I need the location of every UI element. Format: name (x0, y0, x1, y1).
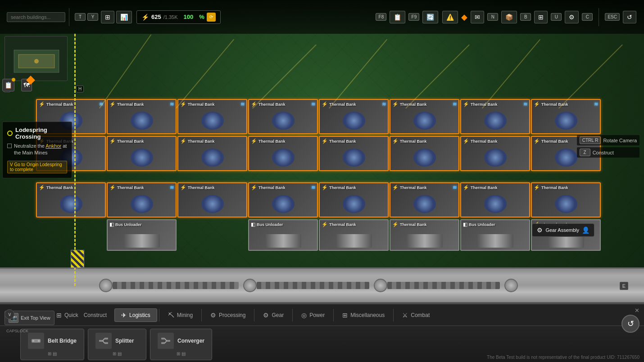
n-button[interactable]: ✉ (471, 11, 484, 23)
esc-button[interactable]: ↺ (623, 11, 636, 23)
recycle-button[interactable]: ↺ (621, 315, 639, 333)
splitter-sub: ⊞ ▤ (113, 351, 122, 356)
thermal-bank-18[interactable]: ⚡ Thermal Bank ≋ (107, 182, 177, 217)
thermal-bank-23[interactable]: ⚡ Thermal Bank (460, 182, 530, 217)
item-row: Converger (158, 333, 204, 349)
thermal-bank-22[interactable]: ⚡ Thermal Bank ≋ (390, 182, 459, 217)
belt-roller (374, 279, 387, 292)
item-row: Belt Bridge (28, 333, 77, 349)
thermal-bank-extra[interactable]: ⚡ Thermal Bank (319, 219, 389, 251)
z-indicator: ≋ (170, 185, 174, 190)
power-label: Power (309, 312, 325, 318)
thermal-icon: ⚡ (463, 138, 469, 144)
esc-key: ESC (605, 13, 620, 21)
thermal-bank-8[interactable]: ⚡ Thermal Bank ≋ (531, 99, 601, 134)
thermal-bank-3[interactable]: ⚡ Thermal Bank ≋ (177, 99, 247, 134)
tb-label-17: Thermal Bank (46, 186, 73, 190)
thermal-bank-extra2[interactable]: ⚡ Thermal Bank (390, 219, 459, 251)
thermal-bank-21[interactable]: ⚡ Thermal Bank (319, 182, 389, 217)
thermal-bank-14[interactable]: ⚡ Thermal Bank (390, 136, 459, 171)
tb-label-11: Thermal Bank (188, 139, 215, 144)
boundary-line (74, 34, 76, 286)
tb-label-13: Thermal Bank (329, 139, 356, 144)
tb-label-21: Thermal Bank (329, 186, 356, 190)
tab-combat[interactable]: ⚔ Combat (395, 308, 436, 322)
item-row: Splitter (95, 333, 139, 349)
svg-rect-12 (161, 342, 165, 344)
quick-construct-label2: Construct (84, 312, 107, 318)
tb-label-12: Thermal Bank (259, 139, 286, 144)
alert-button[interactable]: ⚠️ (442, 11, 458, 23)
thermal-bank-12[interactable]: ⚡ Thermal Bank (248, 136, 318, 171)
tb-label-14: Thermal Bank (400, 139, 427, 144)
tb-label-2: Thermal Bank (117, 102, 144, 107)
mission-icon-box2[interactable]: 🗺 (21, 79, 32, 91)
energy-unit: % (199, 14, 204, 20)
toolbar-close-button[interactable]: ✕ (635, 307, 639, 314)
z-indicator: ≋ (453, 101, 457, 107)
f8-button[interactable]: 📋 (390, 11, 405, 23)
converger-label: Converger (177, 338, 204, 344)
thermal-bank-15[interactable]: ⚡ Thermal Bank (460, 136, 530, 171)
converger-icon (158, 333, 174, 349)
tb-label-22: Thermal Bank (400, 186, 427, 190)
z-indicator: ≋ (453, 185, 457, 190)
thermal-bank-10[interactable]: ⚡ Thermal Bank (107, 136, 177, 171)
bus-unloader-2[interactable]: ◧ Bus Unloader (248, 219, 318, 251)
bus-icon: ◧ (251, 222, 255, 227)
tab-miscellaneous[interactable]: ⊞ Miscellaneous (336, 308, 391, 322)
gear-icon: ⚙ (263, 312, 269, 319)
bus-icon: ◧ (463, 222, 467, 227)
thermal-icon: ⚡ (534, 138, 540, 144)
bus-unloader-1[interactable]: ◧ Bus Unloader (107, 219, 177, 251)
thermal-icon: ⚡ (463, 101, 469, 107)
thermal-bank-13[interactable]: ⚡ Thermal Bank (319, 136, 389, 171)
thermal-bank-20[interactable]: ⚡ Thermal Bank ≋ (248, 182, 318, 217)
tab-logistics[interactable]: ✈ Logistics (114, 308, 157, 322)
thermal-bank-24[interactable]: ⚡ Thermal Bank (531, 182, 601, 217)
gear-assembly-person-icon: 👤 (582, 226, 590, 234)
ctrl-r-key: CTRL R (580, 136, 601, 144)
tab-gear[interactable]: ⚙ Gear (256, 308, 290, 322)
mission-icon-box[interactable]: 📋 (2, 79, 14, 91)
logistics-label: Logistics (129, 312, 150, 318)
top-hud: T Y ⊞ 📊 ⚡ 625 /1.35K 100 % ⟳ F8 📋 F9 🔄 ⚠… (0, 0, 644, 34)
thermal-bank-19[interactable]: ⚡ Thermal Bank (177, 182, 247, 217)
thermal-bank-17[interactable]: ⚡ Thermal Bank (36, 182, 106, 217)
c-button[interactable]: ⚙ (565, 11, 579, 23)
u-button[interactable]: ⊞ (534, 11, 548, 23)
mission-checkbox (7, 144, 12, 148)
tab-processing[interactable]: ⚙ Processing (204, 308, 252, 322)
thermal-bank-5[interactable]: ⚡ Thermal Bank ≋ (319, 99, 389, 134)
svg-rect-7 (99, 340, 103, 342)
tab-separator-6 (393, 309, 394, 321)
thermal-bank-7[interactable]: ⚡ Thermal Bank ≋ (460, 99, 530, 134)
mission-panel: Lodespring Crossing Neutralize the Ankho… (2, 122, 72, 178)
tab-quick-construct[interactable]: ⊞ Quick Construct (50, 308, 113, 322)
item-converger[interactable]: Converger ⊞ ▤ (150, 329, 212, 360)
b-button[interactable]: 📦 (501, 11, 517, 23)
thermal-icon: ⚡ (392, 185, 399, 190)
bus-unloader-3[interactable]: ◧ Bus Unloader (460, 219, 530, 251)
tb-label-16: Thermal Bank (541, 139, 568, 144)
thermal-bank-11[interactable]: ⚡ Thermal Bank (177, 136, 247, 171)
processing-icon: ⚙ (210, 312, 216, 319)
chart-view-button[interactable]: 📊 (116, 11, 132, 23)
thermal-bank-6[interactable]: ⚡ Thermal Bank ≋ (390, 99, 459, 134)
item-splitter[interactable]: Splitter ⊞ ▤ (88, 329, 146, 360)
tab-power[interactable]: ◎ Power (295, 308, 331, 322)
thermal-bank-2[interactable]: ⚡ Thermal Bank ≋ (107, 99, 177, 134)
thermal-bank-4[interactable]: ⚡ Thermal Bank ≋ (248, 99, 318, 134)
left-panel: 📋 🗺 Lodespring Crossing Neutralize the A… (0, 34, 74, 181)
thermal-icon: ⚡ (322, 222, 328, 227)
svg-rect-6 (38, 340, 40, 342)
mission-action[interactable]: V Go to Origin Lodespring to complete (7, 161, 67, 173)
tab-mining[interactable]: ⛏ Mining (161, 308, 200, 322)
collapse-button[interactable]: ∨ (5, 309, 14, 319)
tree-view-button[interactable]: ⊞ (101, 11, 114, 23)
item-belt-bridge[interactable]: Belt Bridge ⊞ ▤ (20, 329, 84, 360)
belt-bridge-sub: ⊞ ▤ (48, 351, 57, 356)
f9-button[interactable]: 🔄 (422, 11, 438, 23)
bus-label-2: Bus Unloader (257, 222, 283, 227)
search-input[interactable] (7, 12, 65, 22)
